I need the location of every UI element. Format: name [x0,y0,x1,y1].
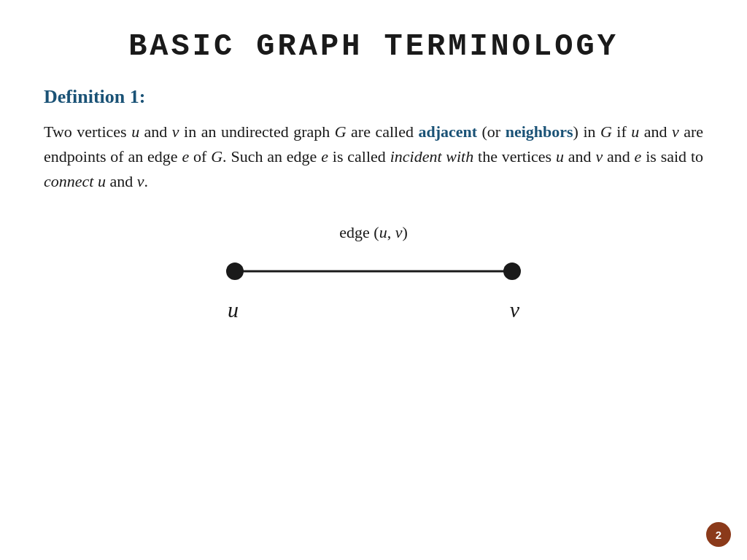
vertex-labels: u v [220,298,527,322]
term-connect: connect u [44,172,106,190]
vertex-u-label: u [228,298,239,322]
var-v3: v [595,147,603,166]
edge-label: edge (u, v) [339,223,407,242]
term-incident-with: incident with [390,147,474,166]
slide: Basic Graph Terminology Definition 1: Tw… [0,0,747,560]
svg-point-1 [226,262,244,280]
var-e1: e [182,147,189,166]
var-e3: e [635,147,642,166]
term-adjacent: adjacent [418,122,477,141]
vertex-v-label: v [510,298,519,322]
var-G3: G [211,147,222,166]
var-u1: u [131,122,139,141]
definition-label: Definition 1: [44,86,703,108]
var-e2: e [321,147,328,166]
edge-label-u: u [379,223,387,241]
var-G2: G [600,122,612,141]
term-neighbors: neighbors [506,122,573,141]
slide-title: Basic Graph Terminology [44,29,703,64]
var-v1: v [172,122,179,141]
graph-diagram [213,249,534,293]
page-number: 2 [706,522,731,547]
body-text: Two vertices u and v in an undirected gr… [44,120,703,194]
var-u3: u [556,147,564,166]
var-u2: u [631,122,639,141]
svg-point-2 [503,262,521,280]
var-v4-italic: v [137,172,144,190]
diagram-area: edge (u, v) u v [44,223,703,322]
var-G1: G [335,122,347,141]
var-v2: v [672,122,679,141]
edge-label-v: v [395,223,403,241]
